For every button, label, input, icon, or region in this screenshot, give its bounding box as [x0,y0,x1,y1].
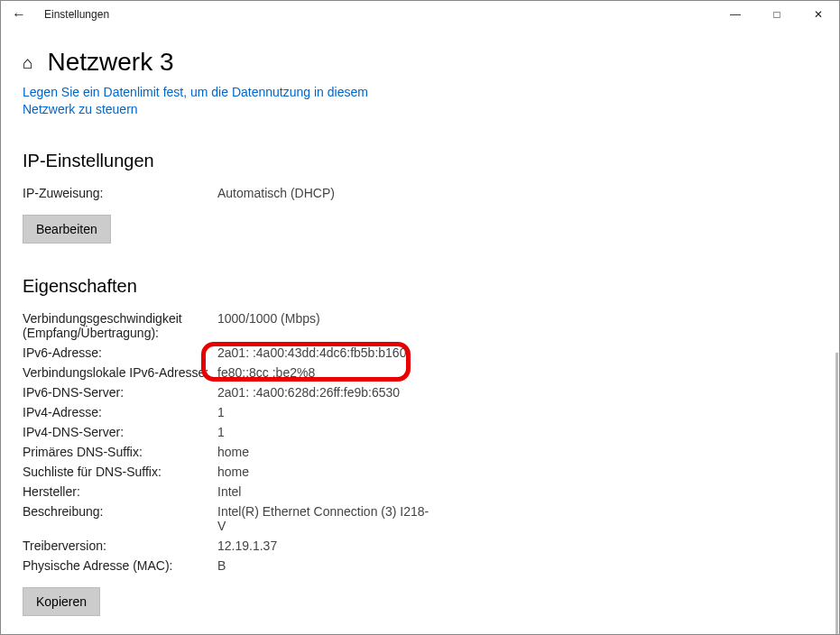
prop-value: 1 [217,405,434,419]
prop-value: 2a01: :4a00:43dd:4dc6:fb5b:b160 [217,345,434,360]
window-title: Einstellungen [44,8,109,21]
prop-value: 12.19.1.37 [217,538,434,553]
page-title: Netzwerk 3 [47,48,173,77]
prop-label: Hersteller: [23,484,217,499]
scrollbar[interactable] [835,353,838,634]
prop-label: Verbindungsgeschwindigkeit (Empfang/Über… [23,311,217,340]
close-button[interactable]: ✕ [798,1,839,28]
prop-label: Verbindungslokale IPv6-Adresse: [23,365,217,380]
prop-label: Suchliste für DNS-Suffix: [23,465,217,479]
ip-assign-label: IP-Zuweisung: [23,186,217,200]
ip-settings-heading: IP-Einstellungen [23,151,817,171]
prop-label: IPv4-DNS-Server: [23,425,217,439]
ip-assign-value: Automatisch (DHCP) [217,186,434,200]
copy-button[interactable]: Kopieren [23,587,100,616]
prop-value: 1 [217,425,434,439]
home-icon[interactable]: ⌂ [23,54,32,71]
titlebar: ← Einstellungen — □ ✕ [1,1,839,28]
prop-label: IPv6-DNS-Server: [23,385,217,400]
prop-label: Primäres DNS-Suffix: [23,445,217,459]
prop-value: fe80::8cc :be2%8 [217,365,434,380]
prop-value: 2a01: :4a00:628d:26ff:fe9b:6530 [217,385,434,400]
prop-label: Physische Adresse (MAC): [23,558,217,573]
edit-button[interactable]: Bearbeiten [23,215,111,244]
data-limit-link[interactable]: Legen Sie ein Datenlimit fest, um die Da… [23,84,402,118]
prop-value: home [217,465,434,479]
back-button[interactable]: ← [12,6,30,23]
prop-label: Treiberversion: [23,538,217,553]
minimize-button[interactable]: — [715,1,756,28]
properties-heading: Eigenschaften [23,276,817,297]
prop-value: Intel(R) Ethernet Connection (3) I218-V [217,504,434,533]
maximize-button[interactable]: □ [756,1,798,28]
prop-label: IPv6-Adresse: [23,345,217,360]
prop-value: home [217,445,434,459]
prop-label: IPv4-Adresse: [23,405,217,419]
prop-value: Intel [217,484,434,499]
prop-value: B [217,558,434,573]
prop-label: Beschreibung: [23,504,217,533]
prop-value: 1000/1000 (Mbps) [217,311,434,340]
